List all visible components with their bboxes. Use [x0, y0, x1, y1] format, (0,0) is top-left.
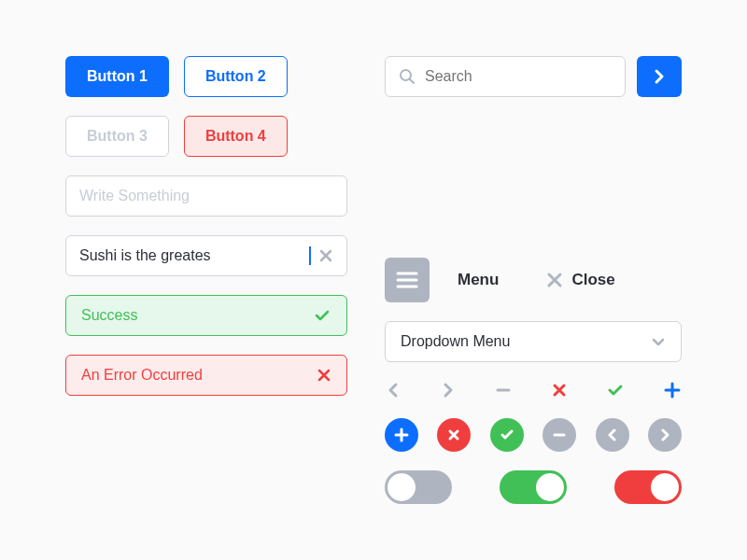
- check-circle-icon[interactable]: [490, 418, 524, 452]
- x-icon[interactable]: [551, 382, 568, 399]
- chevron-down-icon: [651, 334, 666, 349]
- plus-icon[interactable]: [663, 381, 682, 399]
- button-2[interactable]: Button 2: [184, 56, 288, 97]
- chevron-left-icon[interactable]: [385, 382, 402, 399]
- toggle-knob: [536, 473, 564, 501]
- close-icon: [545, 271, 564, 289]
- alert-success: Success: [65, 295, 347, 336]
- toggle-off[interactable]: [385, 470, 452, 504]
- dropdown-menu[interactable]: Dropdown Menu: [385, 321, 682, 362]
- alert-success-text: Success: [81, 307, 137, 324]
- chevron-right-icon: [651, 68, 668, 85]
- toggle-red[interactable]: [614, 470, 682, 504]
- chevron-right-icon[interactable]: [440, 382, 457, 399]
- clear-icon[interactable]: [318, 248, 333, 263]
- next-circle-icon[interactable]: [648, 418, 682, 452]
- toggle-row: [385, 470, 682, 504]
- button-3: Button 3: [65, 116, 169, 157]
- search-input[interactable]: [385, 56, 626, 97]
- button-1[interactable]: Button 1: [65, 56, 169, 97]
- minus-circle-icon[interactable]: [543, 418, 576, 452]
- text-input-placeholder[interactable]: Write Something: [65, 175, 347, 217]
- close-icon[interactable]: [317, 368, 331, 383]
- right-column: Menu Close Dropdown Menu: [385, 56, 682, 504]
- icon-row-circle: [385, 418, 682, 452]
- check-icon[interactable]: [606, 381, 625, 399]
- search-submit-button[interactable]: [637, 56, 682, 97]
- text-input-filled[interactable]: Sushi is the greates: [65, 235, 347, 276]
- add-circle-icon[interactable]: [385, 418, 418, 452]
- prev-circle-icon[interactable]: [596, 418, 629, 452]
- alert-error-text: An Error Occurred: [81, 367, 203, 384]
- alert-error: An Error Occurred: [65, 355, 347, 396]
- hamburger-icon: [396, 272, 418, 288]
- dropdown-label: Dropdown Menu: [401, 333, 510, 350]
- menu-label: Menu: [458, 271, 499, 289]
- minus-icon[interactable]: [495, 382, 512, 399]
- icon-row-flat: [385, 381, 682, 399]
- close-label: Close: [571, 271, 614, 289]
- close-button[interactable]: Close: [545, 271, 614, 289]
- search-icon: [399, 68, 416, 85]
- text-cursor: [309, 246, 311, 265]
- toggle-knob: [651, 473, 679, 501]
- check-icon: [313, 306, 331, 325]
- toggle-on[interactable]: [500, 470, 567, 504]
- close-circle-icon[interactable]: [437, 418, 471, 452]
- input-value: Sushi is the greates: [79, 247, 302, 264]
- left-column: Button 1 Button 2 Button 3 Button 4 Writ…: [65, 56, 347, 504]
- search-field[interactable]: [425, 68, 612, 85]
- button-4[interactable]: Button 4: [184, 116, 288, 157]
- toggle-knob: [388, 473, 416, 501]
- menu-button[interactable]: [385, 258, 430, 302]
